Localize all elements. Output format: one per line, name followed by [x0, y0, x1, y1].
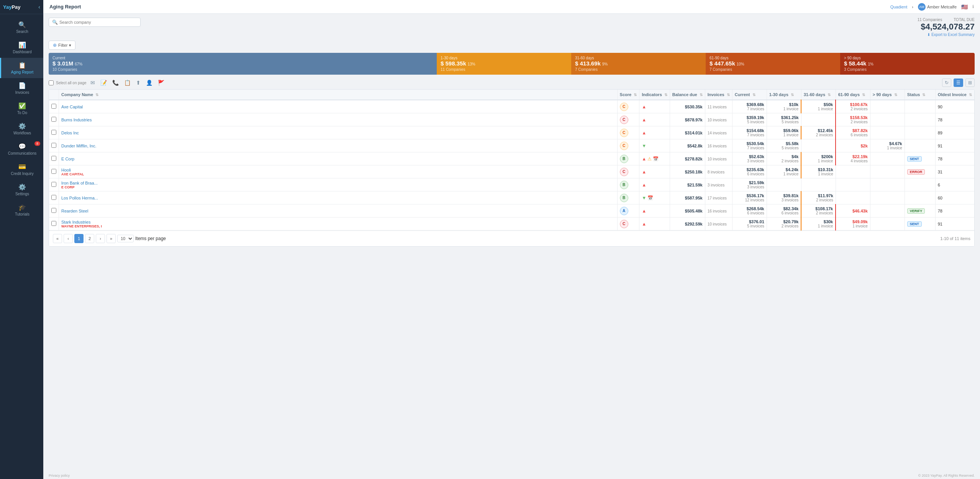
company-name-link[interactable]: Delos Inc [61, 131, 615, 135]
grid-view-button[interactable]: ⊞ [965, 78, 975, 87]
sidebar-item-settings[interactable]: ⚙️ Settings [0, 180, 43, 200]
sidebar-item-dashboard[interactable]: 📊 Dashboard [0, 38, 43, 58]
dgt90-cell: $4.67k1 invoice [870, 139, 905, 152]
toolbar-assign-button[interactable]: 👤 [144, 79, 154, 87]
col-header-score[interactable]: Score ⇅ [617, 90, 639, 100]
company-name-link[interactable]: Axe Capital [61, 105, 615, 109]
company-name-link[interactable]: Burns Industries [61, 118, 615, 122]
row-checkbox-cell [49, 113, 59, 126]
col-header-indicators[interactable]: Indicators ⇅ [639, 90, 670, 100]
company-name-link[interactable]: Hooli [61, 168, 615, 172]
export-link[interactable]: ⬇ Export to Excel Summary [918, 33, 975, 37]
select-all-checkbox[interactable] [49, 80, 54, 85]
col-header-balance[interactable]: Balance due ⇅ [670, 90, 705, 100]
col-header-61-90[interactable]: 61-90 days ⇅ [836, 90, 870, 100]
row-checkbox[interactable] [51, 195, 56, 200]
filter-button[interactable]: ⊕ Filter ▾ [49, 41, 75, 50]
info-icon[interactable]: ℹ [972, 4, 974, 9]
table-row: Delos Inc C ▲ $314.01k 14 invoices $154.… [49, 126, 974, 139]
balance-cell: $878.97k [670, 113, 705, 126]
page-2-button[interactable]: 2 [85, 234, 94, 243]
page-1-button[interactable]: 1 [74, 234, 84, 243]
down-indicator: ▼ [642, 143, 646, 149]
table-view-button[interactable]: ☰ [954, 78, 963, 87]
company-name-link[interactable]: Dunder Mifflin, Inc. [61, 144, 615, 148]
sidebar-item-workflows[interactable]: ⚙️ Workflows [0, 119, 43, 139]
first-page-button[interactable]: « [53, 234, 62, 243]
toolbar-email-button[interactable]: ✉ [89, 79, 97, 87]
toolbar-phone-button[interactable]: 📞 [111, 79, 120, 87]
amount-value: $50k [804, 102, 833, 107]
band-current[interactable]: Current $ 3.01M 67% 10 Companies [49, 53, 437, 75]
sidebar-item-credit-inquiry[interactable]: 💳 Credit Inquiry [0, 159, 43, 180]
table-row: Dunder Mifflin, Inc. C ▼ $542.8k 16 invo… [49, 139, 974, 152]
row-checkbox[interactable] [51, 169, 56, 174]
search-input[interactable] [59, 20, 137, 25]
sidebar-item-tutorials[interactable]: 🎓 Tutorials [0, 200, 43, 220]
sidebar-item-communications-label: Communications [8, 151, 36, 155]
col-header-invoices[interactable]: Invoices ⇅ [705, 90, 732, 100]
col-header-current[interactable]: Current ⇅ [732, 90, 767, 100]
col-header-company[interactable]: Company Name ⇅ [59, 90, 618, 100]
tutorials-icon: 🎓 [18, 204, 26, 211]
row-checkbox[interactable] [51, 156, 56, 161]
1-30-sort-icon: ⇅ [791, 93, 794, 97]
company-name-link[interactable]: Rearden Steel [61, 209, 615, 213]
amount-value: $46.43k [838, 209, 868, 213]
user-info: AM Amber Metcalfe [918, 3, 957, 11]
band-1-30-value: $ 598.35k [441, 60, 466, 67]
amount-value: $235.63k [735, 167, 764, 172]
col-header-1-30[interactable]: 1-30 days ⇅ [767, 90, 801, 100]
toolbar-letter-button[interactable]: 📝 [99, 79, 108, 87]
col-header-oldest[interactable]: Oldest Invoice ⇅ [935, 90, 974, 100]
aging-report-icon: 📋 [18, 62, 26, 69]
company-name-link[interactable]: Iron Bank of Braa... [61, 181, 615, 185]
per-page-select[interactable]: 10 20 50 [117, 235, 134, 242]
row-checkbox[interactable] [51, 221, 56, 226]
score-cell: B [617, 178, 639, 191]
collapse-sidebar-button[interactable]: ‹ [38, 4, 40, 10]
row-checkbox[interactable] [51, 182, 56, 187]
row-checkbox[interactable] [51, 104, 56, 109]
sidebar-item-communications[interactable]: 💬 Communications 8 [0, 139, 43, 159]
data-table: Company Name ⇅ Score ⇅ Indicators ⇅ Bala… [49, 89, 975, 247]
sidebar-item-invoices[interactable]: 📄 Invoices [0, 78, 43, 98]
invoices-cell: 10 invoices [705, 113, 732, 126]
band-gt90[interactable]: > 90 days $ 58.44k 1% 3 Companies [840, 53, 975, 75]
row-checkbox-cell [49, 100, 59, 113]
row-checkbox[interactable] [51, 117, 56, 122]
oldest-value: 31 [938, 170, 942, 174]
score-badge: C [620, 168, 628, 176]
last-page-button[interactable]: » [107, 234, 116, 243]
table-row: Axe Capital C ▲ $530.35k 11 invoices $36… [49, 100, 974, 113]
toolbar-task-button[interactable]: 📋 [123, 79, 132, 87]
refresh-button[interactable]: ↻ [942, 78, 951, 87]
col-header-31-60[interactable]: 31-60 days ⇅ [801, 90, 836, 100]
sidebar-item-aging-report[interactable]: 📋 Aging Report [0, 58, 43, 78]
privacy-policy-link[interactable]: Privacy policy [49, 474, 70, 477]
band-1-30[interactable]: 1-30 days $ 598.35k 13% 11 Companies [437, 53, 571, 75]
row-checkbox[interactable] [51, 208, 56, 213]
row-checkbox[interactable] [51, 143, 56, 148]
sidebar-item-dashboard-label: Dashboard [13, 50, 32, 54]
sidebar-item-todo[interactable]: ✅ To Do [0, 98, 43, 119]
amount-sub: 2 invoices [804, 133, 833, 137]
col-header-status[interactable]: Status ⇅ [905, 90, 935, 100]
toolbar-escalate-button[interactable]: ⬆ [134, 79, 142, 87]
col-header-gt90[interactable]: > 90 days ⇅ [870, 90, 905, 100]
company-name-link[interactable]: Los Pollos Herma... [61, 196, 615, 200]
sidebar: YayPay ‹ 🔍 Search 📊 Dashboard 📋 Aging Re… [0, 0, 43, 479]
prev-page-button[interactable]: ‹ [64, 234, 73, 243]
invoices-count: 11 invoices [708, 105, 727, 109]
band-31-60[interactable]: 31-60 days $ 413.69k 9% 7 Companies [571, 53, 706, 75]
indicators-cell: ▲ [639, 178, 670, 191]
company-name-link[interactable]: Stark Industries [61, 220, 615, 224]
company-name-link[interactable]: E Corp [61, 157, 615, 161]
sidebar-item-search[interactable]: 🔍 Search [0, 17, 43, 38]
toolbar-flag-button[interactable]: 🚩 [156, 79, 166, 87]
row-checkbox-cell [49, 152, 59, 165]
amount-value: $369.68k [735, 102, 764, 107]
next-page-button[interactable]: › [96, 234, 105, 243]
band-61-90[interactable]: 61-90 days $ 447.65k 10% 7 Companies [706, 53, 840, 75]
row-checkbox[interactable] [51, 130, 56, 135]
